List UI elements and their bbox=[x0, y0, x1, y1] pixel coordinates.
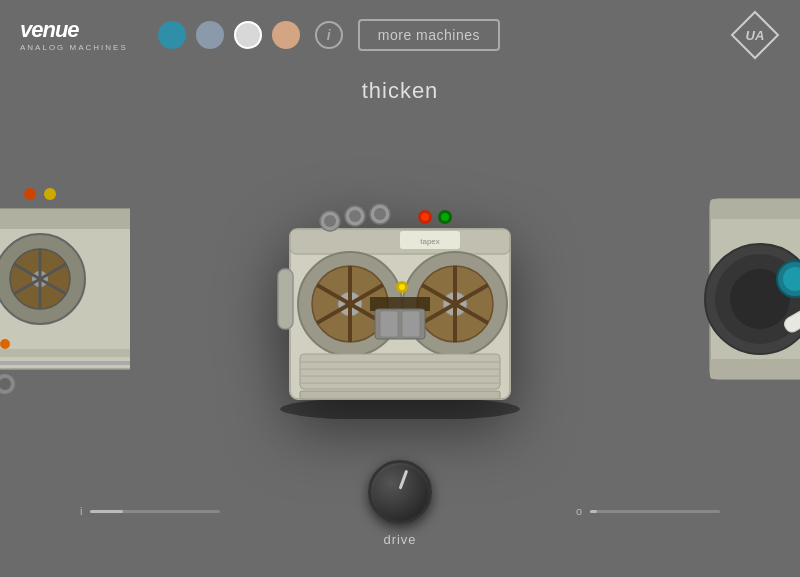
swatch-white[interactable] bbox=[234, 21, 262, 49]
svg-rect-49 bbox=[380, 311, 398, 337]
knob-container: drive bbox=[368, 460, 432, 547]
ua-logo: UA bbox=[730, 10, 780, 60]
svg-point-26 bbox=[349, 210, 361, 222]
logo-area: venue ANALOG MACHINES bbox=[20, 19, 128, 52]
swatch-teal[interactable] bbox=[158, 21, 186, 49]
svg-rect-50 bbox=[402, 311, 420, 337]
swatch-gray[interactable] bbox=[196, 21, 224, 49]
machine-name: thicken bbox=[362, 78, 439, 104]
svg-point-30 bbox=[421, 213, 429, 221]
drive-knob[interactable] bbox=[368, 460, 432, 524]
svg-rect-57 bbox=[278, 269, 293, 329]
machines-area: tapex bbox=[0, 110, 800, 447]
slider-right-track[interactable] bbox=[590, 510, 720, 513]
drive-knob-label: drive bbox=[383, 532, 416, 547]
svg-point-5 bbox=[44, 188, 56, 200]
svg-point-18 bbox=[280, 397, 520, 419]
bottom-controls: i drive o bbox=[0, 447, 800, 557]
svg-point-28 bbox=[374, 208, 386, 220]
svg-rect-3 bbox=[0, 209, 130, 229]
right-machine-svg bbox=[700, 159, 800, 399]
swatch-peach[interactable] bbox=[272, 21, 300, 49]
slider-right: o bbox=[576, 505, 720, 517]
slider-right-label: o bbox=[576, 505, 582, 517]
logo-text: venue bbox=[20, 19, 128, 41]
left-machine bbox=[0, 149, 130, 409]
ua-diamond-icon: UA bbox=[730, 10, 780, 60]
svg-text:tapex: tapex bbox=[420, 237, 440, 246]
svg-rect-59 bbox=[710, 199, 800, 219]
color-swatches bbox=[158, 21, 300, 49]
slider-left: i bbox=[80, 505, 220, 517]
svg-point-17 bbox=[0, 339, 10, 349]
info-button[interactable]: i bbox=[315, 21, 343, 49]
svg-text:UA: UA bbox=[746, 28, 765, 43]
center-machine: tapex bbox=[260, 149, 540, 409]
center-machine-svg: tapex bbox=[260, 149, 540, 419]
svg-rect-56 bbox=[300, 391, 500, 399]
svg-rect-14 bbox=[0, 361, 130, 365]
slider-left-fill bbox=[90, 510, 123, 513]
svg-point-47 bbox=[399, 284, 405, 290]
svg-point-32 bbox=[441, 213, 449, 221]
right-machine bbox=[700, 159, 800, 399]
slider-left-label: i bbox=[80, 505, 82, 517]
svg-point-4 bbox=[24, 188, 36, 200]
more-machines-button[interactable]: more machines bbox=[358, 19, 500, 51]
svg-point-24 bbox=[324, 215, 336, 227]
svg-rect-13 bbox=[0, 349, 130, 357]
slider-left-track[interactable] bbox=[90, 510, 220, 513]
header: venue ANALOG MACHINES i more machines UA bbox=[0, 0, 800, 70]
logo-subtitle: ANALOG MACHINES bbox=[20, 43, 128, 52]
svg-rect-68 bbox=[710, 359, 800, 379]
slider-right-fill bbox=[590, 510, 597, 513]
left-machine-svg bbox=[0, 149, 130, 409]
svg-rect-51 bbox=[300, 354, 500, 389]
